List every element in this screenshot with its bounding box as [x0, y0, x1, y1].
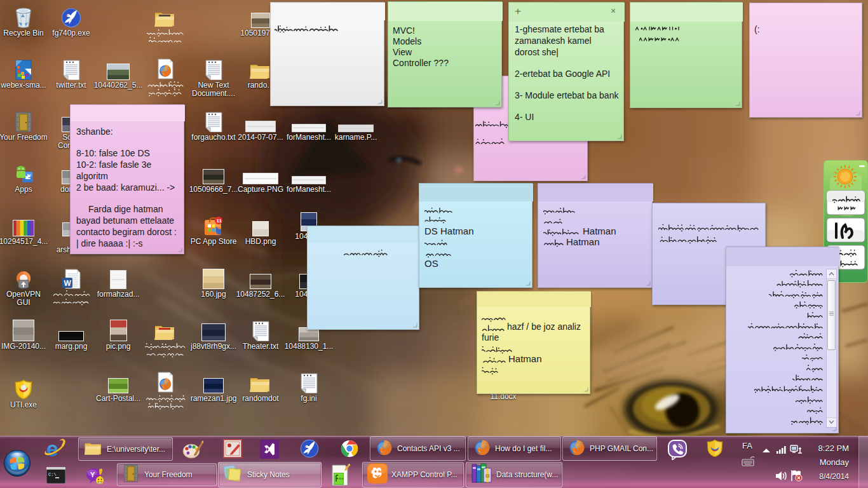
svg-text:++: ++: [339, 477, 344, 481]
svg-text:W: W: [64, 279, 72, 288]
svg-text:e: e: [46, 437, 58, 460]
svg-text:C:\: C:\: [48, 472, 57, 477]
svg-text:11: 11: [217, 218, 222, 224]
svg-text:Y: Y: [90, 471, 95, 478]
